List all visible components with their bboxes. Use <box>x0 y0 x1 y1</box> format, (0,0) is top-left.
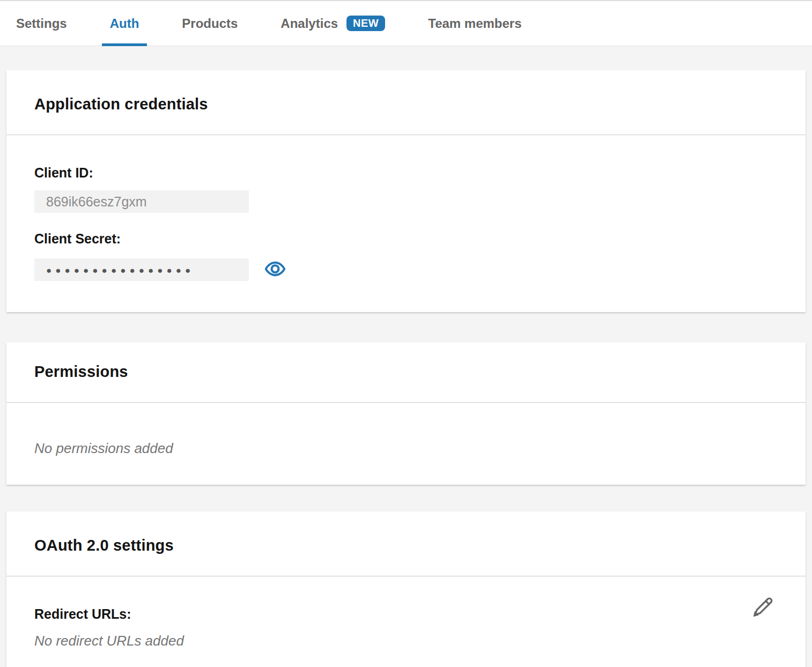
card-title-permissions: Permissions <box>34 363 778 381</box>
client-secret-field[interactable]: ●●●●●●●●●●●●●●●● <box>34 258 249 281</box>
card-header: Permissions <box>6 343 806 403</box>
edit-redirect-urls-button[interactable] <box>751 595 774 621</box>
permissions-empty-text: No permissions added <box>34 440 778 457</box>
oauth-body: Redirect URLs: No redirect URLs added <box>6 576 806 667</box>
oauth-settings-card: OAuth 2.0 settings Redirect URLs: No red… <box>6 512 806 667</box>
card-header: Application credentials <box>6 70 806 135</box>
pencil-icon <box>751 613 774 621</box>
tab-analytics-label: Analytics <box>280 16 338 31</box>
tab-auth-label: Auth <box>110 16 139 31</box>
page-content: Application credentials Client ID: 869ik… <box>0 46 812 667</box>
tab-products-label: Products <box>182 16 238 31</box>
tab-products[interactable]: Products <box>174 1 246 46</box>
tab-bar: Settings Auth Products Analytics NEW Tea… <box>0 0 812 46</box>
card-title-application-credentials: Application credentials <box>34 95 778 113</box>
client-secret-masked-value: ●●●●●●●●●●●●●●●● <box>46 265 194 275</box>
new-badge: NEW <box>346 16 385 31</box>
client-id-field[interactable]: 869ik66esz7gxm <box>34 190 249 213</box>
tab-settings-label: Settings <box>16 16 67 31</box>
tab-auth[interactable]: Auth <box>102 1 147 46</box>
card-header: OAuth 2.0 settings <box>6 512 806 576</box>
permissions-body: No permissions added <box>6 403 806 485</box>
redirect-urls-empty-text: No redirect URLs added <box>34 633 778 649</box>
tab-analytics[interactable]: Analytics NEW <box>272 1 393 46</box>
reveal-secret-button[interactable] <box>265 261 285 278</box>
redirect-urls-label: Redirect URLs: <box>34 606 778 622</box>
client-secret-label: Client Secret: <box>34 231 778 247</box>
application-credentials-card: Application credentials Client ID: 869ik… <box>6 70 806 312</box>
client-id-label: Client ID: <box>34 165 778 181</box>
permissions-card: Permissions No permissions added <box>6 343 806 485</box>
client-id-value: 869ik66esz7gxm <box>46 194 147 210</box>
credentials-body: Client ID: 869ik66esz7gxm Client Secret:… <box>6 135 806 312</box>
eye-icon <box>265 261 285 278</box>
card-title-oauth-settings: OAuth 2.0 settings <box>34 537 778 554</box>
tab-team-members[interactable]: Team members <box>420 1 529 46</box>
client-secret-row: ●●●●●●●●●●●●●●●● <box>34 258 778 281</box>
tab-team-members-label: Team members <box>428 16 521 31</box>
tab-settings[interactable]: Settings <box>8 1 75 46</box>
